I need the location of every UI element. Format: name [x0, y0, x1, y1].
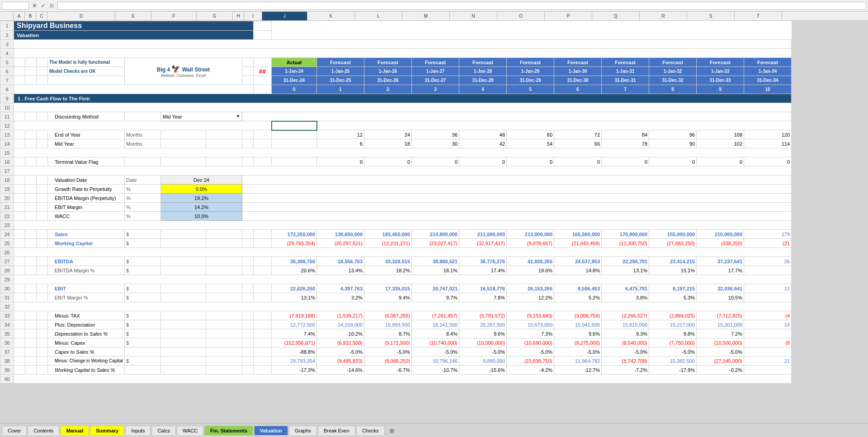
col-header-f[interactable]: F	[151, 12, 197, 20]
row-num-5: 5	[0, 58, 14, 67]
row-num-3: 3	[0, 40, 14, 49]
depreciation-sales-unit: $	[125, 329, 161, 338]
selected-cell-j12[interactable]	[272, 121, 317, 130]
col-header-p[interactable]: P	[545, 12, 592, 20]
row-16: 16 Terminal Value Flag 0 0 0	[0, 157, 792, 166]
end-actual: 31-Dec-24	[272, 76, 317, 85]
cancel-formula-button[interactable]: ✕	[31, 2, 38, 9]
minus-wc-unit: $	[125, 356, 161, 366]
tab-summary[interactable]: Summary	[90, 426, 124, 435]
start-f7: 1-Jan-31	[602, 67, 649, 76]
row-38: 38 Minus: Change in Working Capital $ 29…	[0, 356, 792, 366]
row-5: 5 The Model is fully functional Big 4 🦅 …	[0, 58, 792, 67]
col-header-q[interactable]: Q	[592, 12, 640, 20]
tab-fin-statements[interactable]: Fin. Statements	[204, 426, 253, 435]
formula-bar: J12 ✕ ✓ fx	[0, 0, 868, 12]
minus-tax-label: Minus: TAX	[48, 311, 125, 320]
col-header-k[interactable]: K	[307, 12, 355, 20]
tab-graphs[interactable]: Graphs	[289, 426, 317, 435]
row-30: 30 EBIT $ 22,626,250 4,397,763 17,335,01…	[0, 284, 792, 293]
row-32: 32	[0, 302, 792, 311]
growth-rate-unit: %	[125, 185, 161, 194]
growth-rate-label: Growth Rate to Perpetuity	[48, 185, 125, 194]
ebitda-label: EBITDA	[48, 257, 125, 266]
wc-sales-label: Working Capital to Sales %	[48, 366, 125, 375]
col-header-h[interactable]: H	[233, 12, 244, 20]
row-20: 20 EBITDA Margin (Perpetuity) % 19.2%	[0, 194, 792, 203]
start-f4: 1-Jan-28	[459, 67, 507, 76]
working-capital-unit: $	[125, 239, 161, 248]
wacc-unit: %	[125, 212, 161, 221]
wacc-value[interactable]: 10.0%	[161, 212, 242, 221]
col-header-s[interactable]: S	[687, 12, 735, 20]
formula-input[interactable]	[57, 2, 866, 10]
tab-valuation[interactable]: Valuation	[254, 426, 288, 435]
tab-wacc[interactable]: WACC	[177, 426, 203, 435]
row-34: 34 Plus: Depreciation $ 12,772,500 14,15…	[0, 320, 792, 329]
forecast-label-n: Forecast	[459, 58, 507, 67]
start-f10: 1-Jan-34	[744, 67, 792, 76]
tab-contents[interactable]: Contents	[28, 426, 59, 435]
ebit-margin-pct-unit: $	[125, 293, 161, 302]
row-num-2: 2	[0, 31, 14, 40]
row-24: 24 Sales $ 172,250,000 138,650,000 183,4…	[0, 230, 792, 239]
row-10: 10	[0, 103, 792, 112]
row-num-1: 1	[0, 21, 14, 31]
col-header-j[interactable]: J	[262, 12, 307, 20]
ebit-margin-pct-label: EBIT Margin %	[48, 293, 125, 302]
tab-cover[interactable]: Cover	[2, 426, 27, 435]
col-header-m[interactable]: M	[402, 12, 450, 20]
col-header-g[interactable]: G	[197, 12, 233, 20]
col-header-i[interactable]: I	[244, 12, 262, 20]
add-sheet-button[interactable]: ⊕	[386, 425, 398, 436]
tab-manual[interactable]: Manual	[60, 426, 89, 435]
ebitda-margin-pct-label: EBITDA Margin %	[48, 266, 125, 275]
ebitda-margin-pct-unit: $	[125, 266, 161, 275]
row-26: 26	[0, 248, 792, 257]
col-header-o[interactable]: O	[497, 12, 545, 20]
col-header-b[interactable]: B	[25, 12, 36, 20]
row-1: 1 Shipyard Business	[0, 21, 792, 31]
sheet-scroll-area[interactable]: 1 Shipyard Business 2 Valuation 3	[0, 21, 868, 423]
col-header-e[interactable]: E	[115, 12, 151, 20]
col-header-r[interactable]: R	[640, 12, 687, 20]
start-f8: 1-Jan-32	[649, 67, 697, 76]
row-33: 33 Minus: TAX $ (7,919,188) (1,539,217) …	[0, 311, 792, 320]
col-header-c[interactable]: C	[36, 12, 47, 20]
row-28: 28 EBITDA Margin % $ 20.6% 13.4% 18.2%	[0, 266, 792, 275]
col-header-a[interactable]: A	[14, 12, 25, 20]
row-21: 21 EBIT Margin % 14.2%	[0, 203, 792, 212]
minus-tax-unit: $	[125, 311, 161, 320]
growth-rate-value[interactable]: 0.0%	[161, 185, 242, 194]
discounting-method-label: Discounting Method	[48, 112, 125, 121]
forecast-label-m: Forecast	[412, 58, 459, 67]
ebitda-margin-perp-label: EBITDA Margin (Perpetuity)	[48, 194, 125, 203]
title-cell: Shipyard Business	[14, 21, 254, 31]
discounting-method-dropdown[interactable]: Mid Year ▼	[161, 112, 242, 121]
ebitda-margin-perp-value[interactable]: 19.2%	[161, 194, 242, 203]
row-13: 13 End of Year Months 12 24 36	[0, 130, 792, 139]
tab-break-even[interactable]: Break Even	[318, 426, 355, 435]
capex-sales-label: Capex to Sales %	[48, 347, 125, 356]
column-headers: A B C D E F G H I J K L M N O P Q R S T	[0, 12, 868, 21]
row-12: 12	[0, 121, 792, 130]
row-6: 6 Model Checks are OK ## 1-Jan-24 1-Jan-…	[0, 67, 792, 76]
start-f2: 1-Jan-26	[364, 67, 412, 76]
forecast-label-p: Forecast	[554, 58, 602, 67]
tab-inputs[interactable]: Inputs	[125, 426, 151, 435]
col-header-l[interactable]: L	[355, 12, 402, 20]
valuation-date-value[interactable]: Dec 24	[161, 176, 242, 185]
col-header-d[interactable]: D	[47, 12, 115, 20]
cell-reference-box[interactable]: J12	[2, 2, 29, 10]
ebit-margin-label: EBIT Margin	[48, 203, 125, 212]
forecast-label-k: Forecast	[317, 58, 364, 67]
plus-depreciation-label: Plus: Depreciation	[48, 320, 125, 329]
tab-checks[interactable]: Checks	[356, 426, 385, 435]
tab-calcs[interactable]: Calcs	[151, 426, 176, 435]
col-header-n[interactable]: N	[450, 12, 497, 20]
confirm-formula-button[interactable]: ✓	[39, 2, 47, 9]
row-4: 4	[0, 49, 792, 58]
ebit-margin-value[interactable]: 14.2%	[161, 203, 242, 212]
col-header-t[interactable]: T	[735, 12, 782, 20]
row-35: 35 Depreciation to Sales % $ 7.4% 10.2% …	[0, 329, 792, 338]
